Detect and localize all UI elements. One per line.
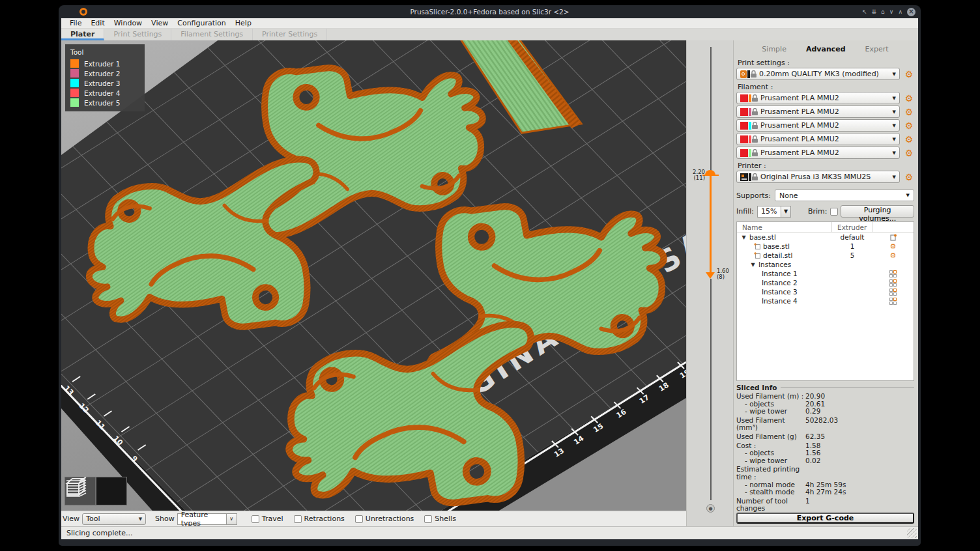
infill-select-arrow[interactable]: ▼	[781, 206, 791, 218]
slider-lower-handle[interactable]	[706, 272, 715, 279]
tab-filament-settings[interactable]: Filament Settings	[171, 29, 253, 40]
purging-volumes-button[interactable]: Purging volumes...	[841, 205, 914, 218]
retractions-checkbox[interactable]	[294, 515, 302, 523]
print-settings-label: Print settings :	[738, 59, 914, 67]
mode-simple[interactable]: Simple	[762, 45, 786, 53]
tab-print-settings[interactable]: Print Settings	[104, 29, 171, 40]
instances-icon	[889, 289, 897, 296]
object-row-base[interactable]: ▼base.stl default	[737, 233, 914, 242]
part-row-base[interactable]: base.stl 1 ⚙	[737, 242, 914, 251]
expander-icon[interactable]: ▼	[741, 234, 747, 240]
travel-checkbox[interactable]	[252, 515, 259, 523]
instance-row-4[interactable]: Instance 4	[737, 296, 914, 305]
slider-track-selected[interactable]	[710, 176, 712, 276]
minimize-icon[interactable]: ∨	[889, 9, 894, 15]
status-bar: Slicing complete...	[61, 526, 918, 539]
chevron-down-icon: ▼	[893, 96, 896, 101]
layer-slider[interactable]: 2.20(11) 1.60(8) ●	[686, 40, 733, 526]
mode-expert[interactable]: Expert	[865, 45, 889, 53]
filament-1-gear-icon[interactable]: ⚙	[904, 94, 914, 103]
lock-icon	[751, 70, 757, 78]
resize-grip[interactable]	[907, 528, 917, 538]
part-row-detail[interactable]: detail.stl 5 ⚙	[737, 251, 914, 260]
filament-4-gear-icon[interactable]: ⚙	[904, 135, 914, 144]
layers-view-button[interactable]	[96, 477, 127, 505]
filament-2-select[interactable]: Prusament PLA MMU2 ▼	[736, 106, 900, 118]
show-select[interactable]: Feature types	[177, 513, 227, 525]
filament-4-swatch-icon	[740, 135, 758, 143]
slider-track-lower[interactable]	[710, 279, 712, 500]
menu-configuration[interactable]: Configuration	[173, 19, 231, 27]
filament-2-gear-icon[interactable]: ⚙	[904, 107, 914, 117]
view-label: View	[63, 515, 79, 523]
show-select-arrow[interactable]: ∨	[227, 513, 237, 525]
chevron-down-icon: ▼	[893, 137, 896, 142]
brim-label: Brim:	[808, 207, 828, 216]
menu-file[interactable]: File	[65, 19, 86, 27]
instances-group-row[interactable]: ▼Instances	[737, 260, 914, 269]
view-select[interactable]: Tool ▼	[82, 513, 146, 525]
close-icon[interactable]: ×	[907, 8, 915, 16]
filament-1-swatch-icon	[740, 94, 758, 102]
lock-icon	[752, 122, 758, 129]
filament-1-select[interactable]: Prusament PLA MMU2 ▼	[736, 92, 900, 104]
tab-plater[interactable]: Plater	[61, 29, 104, 40]
mode-advanced[interactable]: Advanced	[806, 45, 846, 53]
column-header-name[interactable]: Name	[737, 222, 832, 232]
instances-icon	[889, 270, 897, 277]
object-settings-icon[interactable]	[890, 234, 897, 241]
filament-5-swatch-icon	[740, 149, 758, 157]
slider-upper-handle[interactable]	[705, 170, 715, 175]
filament-4-select[interactable]: Prusament PLA MMU2 ▼	[736, 133, 900, 145]
title-bar[interactable]: PrusaSlicer-2.0.0+Fedora based on Slic3r…	[61, 5, 918, 18]
export-gcode-button[interactable]: Export G-code	[736, 513, 914, 524]
layers-icon	[65, 477, 88, 498]
maximize-icon[interactable]: ⌂	[881, 9, 885, 15]
menu-window[interactable]: Window	[109, 19, 147, 27]
travel-checkbox-row: Travel	[252, 515, 283, 523]
tool-legend-title: Tool	[70, 48, 139, 56]
gear-icon[interactable]: ⚙	[890, 252, 897, 259]
printer-select[interactable]: Original Prusa i3 MK3S MMU2S ▼	[736, 171, 900, 183]
menu-help[interactable]: Help	[231, 19, 256, 27]
one-layer-lock-icon[interactable]: ●	[706, 504, 715, 513]
printer-label: Printer :	[738, 162, 914, 170]
extruder-2-swatch	[70, 69, 79, 78]
menu-view[interactable]: View	[147, 19, 173, 27]
lock-icon	[752, 108, 758, 115]
filament-5-gear-icon[interactable]: ⚙	[904, 148, 914, 158]
app-window: PrusaSlicer-2.0.0+Fedora based on Slic3r…	[59, 5, 921, 546]
slider-lower-label: 1.60(8)	[717, 268, 732, 280]
object-list: Name Extruder ▼base.stl default base.stl…	[736, 221, 914, 381]
preview-toolbar: View Tool ▼ Show Feature types ∨ Travel …	[61, 511, 686, 526]
unretractions-checkbox-row: Unretractions	[355, 515, 414, 523]
filament-3-gear-icon[interactable]: ⚙	[904, 121, 914, 130]
filament-5-select[interactable]: Prusament PLA MMU2 ▼	[736, 147, 900, 159]
instance-row-2[interactable]: Instance 2	[737, 278, 914, 287]
infill-select[interactable]: 15%	[757, 206, 781, 218]
instance-row-3[interactable]: Instance 3	[737, 287, 914, 296]
lower-icon[interactable]: ⇊	[872, 9, 877, 15]
filament-3-select[interactable]: Prusament PLA MMU2 ▼	[736, 119, 900, 132]
print-preset-icon	[740, 70, 757, 78]
instance-row-1[interactable]: Instance 1	[737, 269, 914, 278]
brim-checkbox[interactable]	[830, 208, 838, 216]
supports-select[interactable]: None ▼	[775, 190, 914, 201]
shells-checkbox[interactable]	[424, 515, 432, 523]
lock-icon	[752, 135, 758, 143]
printer-gear-icon[interactable]: ⚙	[904, 173, 914, 182]
expander-icon[interactable]: ▼	[750, 262, 756, 268]
shade-icon[interactable]: ∧	[898, 9, 902, 15]
slider-track-upper[interactable]	[710, 47, 712, 176]
tab-printer-settings[interactable]: Printer Settings	[253, 29, 327, 40]
rollup-icon[interactable]: ↖	[862, 9, 867, 15]
unretractions-checkbox[interactable]	[355, 515, 363, 523]
print-settings-gear-icon[interactable]: ⚙	[904, 70, 914, 79]
print-settings-select[interactable]: 0.20mm QUALITY MK3 (modified) ▼	[736, 68, 900, 80]
column-header-extruder[interactable]: Extruder	[832, 222, 872, 232]
menu-edit[interactable]: Edit	[86, 19, 109, 27]
3d-viewport[interactable]: 13121110913141516171819 ORIGINAL PRUSA T…	[61, 40, 686, 511]
gear-icon[interactable]: ⚙	[890, 243, 897, 250]
filament-3-swatch-icon	[740, 122, 758, 130]
slider-upper-label: 2.20(11)	[688, 169, 705, 181]
